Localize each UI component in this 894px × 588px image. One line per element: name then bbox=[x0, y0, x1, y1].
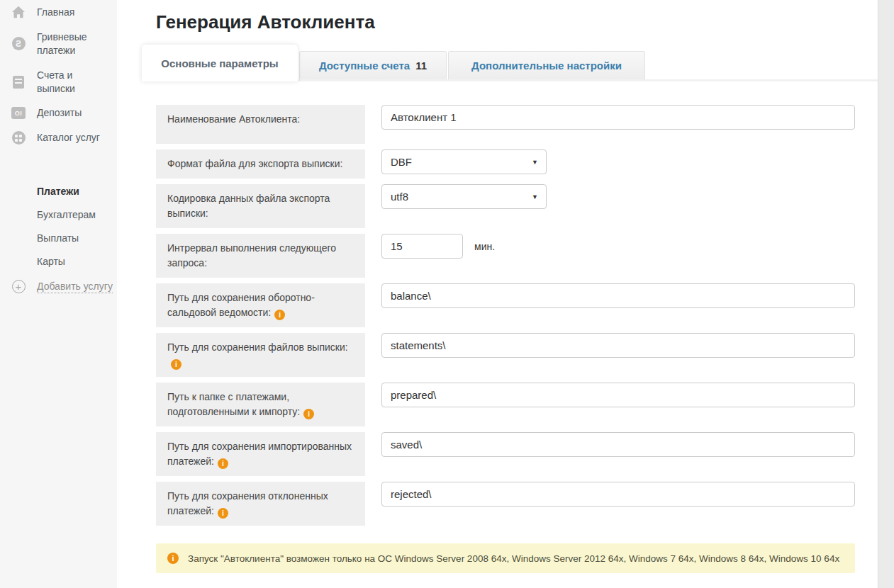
form-row-rejected-path: Путь для сохранения отклоненных платежей… bbox=[156, 482, 855, 526]
hryvnia-coin-icon bbox=[10, 37, 27, 50]
field-label: Путь для сохранения отклоненных платежей… bbox=[156, 482, 365, 526]
autoclient-form: Наименование Автоклиента: Формат файла д… bbox=[156, 105, 855, 573]
sidebar-item-deposits[interactable]: Депозиты bbox=[0, 106, 117, 120]
field-label: Интрервал выполнения следующего запроса: bbox=[156, 234, 365, 278]
page-title: Генерация Автоклиента bbox=[156, 11, 878, 33]
home-icon bbox=[10, 6, 27, 18]
info-icon bbox=[167, 553, 179, 564]
prepared-path-input[interactable] bbox=[381, 383, 855, 407]
add-service-button[interactable]: Добавить услугу bbox=[0, 280, 117, 293]
field-label: Путь к папке с платежами, подготовленным… bbox=[156, 383, 365, 426]
field-label: Путь для сохранения файлов выписки: bbox=[156, 333, 365, 377]
sidebar-item-label: Главная bbox=[37, 6, 108, 19]
form-row-statements-path: Путь для сохранения файлов выписки: bbox=[156, 333, 855, 377]
notice-text: Запуск "Автоклиента" возможен только на … bbox=[188, 553, 839, 564]
add-service-label: Добавить услугу bbox=[37, 281, 113, 293]
export-format-select[interactable]: DBF bbox=[381, 149, 547, 174]
autoclient-name-input[interactable] bbox=[381, 105, 855, 130]
sidebar-item-label: Депозиты bbox=[37, 106, 108, 120]
statements-path-input[interactable] bbox=[381, 333, 855, 358]
form-row-saved-path: Путь для сохранения импортированных плат… bbox=[156, 432, 855, 476]
sidebar-item-service-catalog[interactable]: Каталог услуг bbox=[0, 131, 117, 145]
form-row-name: Наименование Автоклиента: bbox=[156, 105, 855, 144]
main-content: Генерация Автоклиента Основные параметры… bbox=[117, 0, 878, 588]
interval-input[interactable] bbox=[381, 234, 463, 259]
tab-additional-settings[interactable]: Дополнительные настройки bbox=[448, 51, 645, 79]
selected-value: DBF bbox=[391, 156, 412, 168]
rejected-path-input[interactable] bbox=[381, 482, 855, 507]
info-icon[interactable] bbox=[274, 310, 285, 320]
form-row-export-format: Формат файла для экспорта выписки: DBF bbox=[156, 149, 855, 179]
tab-label: Доступные счета bbox=[319, 60, 410, 72]
field-label: Формат файла для экспорта выписки: bbox=[156, 149, 365, 179]
sidebar-item-cards[interactable]: Карты bbox=[37, 256, 107, 267]
form-row-encoding: Кодировка данных файла экспорта выписки:… bbox=[156, 184, 855, 228]
field-label: Путь для сохранения импортированных плат… bbox=[156, 432, 365, 476]
statements-document-icon bbox=[10, 76, 27, 89]
field-label: Наименование Автоклиента: bbox=[156, 105, 365, 144]
interval-unit-label: мин. bbox=[474, 241, 495, 252]
tab-main-parameters[interactable]: Основные параметры bbox=[142, 45, 298, 81]
sidebar-item-accounts-statements[interactable]: Счета и выписки bbox=[0, 69, 117, 96]
sidebar-item-hryvnia-payments[interactable]: Гривневые платежи bbox=[0, 30, 117, 57]
encoding-select[interactable]: utf8 bbox=[381, 184, 547, 209]
sidebar-item-label: Каталог услуг bbox=[37, 131, 108, 145]
info-icon[interactable] bbox=[171, 359, 181, 370]
sidebar-item-label: Счета и выписки bbox=[37, 69, 108, 96]
form-row-prepared-path: Путь к папке с платежами, подготовленным… bbox=[156, 383, 855, 426]
form-row-interval: Интрервал выполнения следующего запроса:… bbox=[156, 234, 855, 278]
sidebar-item-payouts[interactable]: Выплаты bbox=[37, 232, 107, 244]
sidebar-section-payments: Платежи bbox=[37, 186, 107, 197]
tab-count-badge: 11 bbox=[415, 60, 427, 72]
tab-bar: Основные параметры Доступные счета 11 До… bbox=[142, 45, 878, 81]
sidebar-item-accountants[interactable]: Бухгалтерам bbox=[37, 209, 107, 220]
field-label: Кодировка данных файла экспорта выписки: bbox=[156, 184, 365, 228]
field-label: Путь для сохранения оборотно-сальдовой в… bbox=[156, 283, 365, 327]
sidebar-item-home[interactable]: Главная bbox=[0, 6, 117, 19]
form-row-balance-path: Путь для сохранения оборотно-сальдовой в… bbox=[156, 283, 855, 327]
sidebar: Главная Гривневые платежи Счета и выписк… bbox=[0, 0, 117, 588]
info-icon[interactable] bbox=[303, 409, 314, 419]
saved-path-input[interactable] bbox=[381, 432, 855, 457]
balance-path-input[interactable] bbox=[381, 283, 855, 308]
deposit-safe-icon bbox=[10, 107, 27, 119]
selected-value: utf8 bbox=[391, 191, 408, 203]
os-requirements-notice: Запуск "Автоклиента" возможен только на … bbox=[156, 543, 855, 573]
services-grid-icon bbox=[10, 131, 27, 145]
info-icon[interactable] bbox=[218, 508, 228, 519]
plus-circle-icon bbox=[10, 280, 27, 293]
tab-available-accounts[interactable]: Доступные счета 11 bbox=[299, 51, 447, 79]
info-icon[interactable] bbox=[218, 458, 228, 469]
vertical-scrollbar[interactable] bbox=[878, 0, 894, 588]
chevron-down-icon bbox=[532, 193, 538, 200]
chevron-down-icon bbox=[532, 158, 538, 165]
sidebar-item-label: Гривневые платежи bbox=[37, 30, 108, 57]
